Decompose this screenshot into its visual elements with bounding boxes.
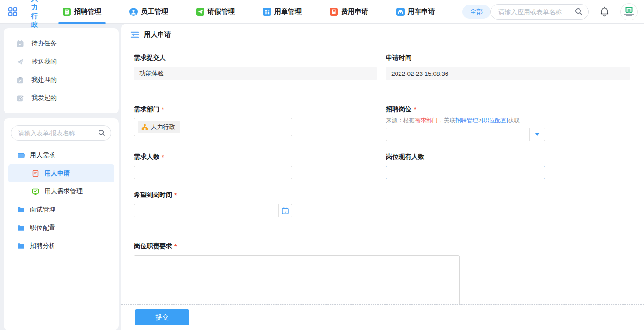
tree-item-label: 职位配置 bbox=[30, 224, 55, 232]
position-select-value[interactable] bbox=[386, 128, 529, 141]
expected-date-picker[interactable]: 7 bbox=[134, 204, 292, 217]
form-doc-icon bbox=[32, 170, 39, 177]
sidebar-folder-recruit-analysis[interactable]: 招聘分析 bbox=[8, 237, 114, 255]
headcount-input-wrap bbox=[134, 166, 292, 179]
help-link-position-config[interactable]: [职位配置] bbox=[482, 117, 508, 123]
help-text: ，关联 bbox=[438, 117, 455, 123]
required-mark: * bbox=[174, 243, 177, 250]
app-search-input[interactable] bbox=[498, 8, 575, 15]
tab-label: 招聘管理 bbox=[74, 7, 101, 16]
sidebar-form-staff-application[interactable]: 用人申请 bbox=[8, 164, 114, 182]
tree-item-label: 面试管理 bbox=[30, 206, 55, 214]
sidebar-item-todo-tasks[interactable]: 待办任务 bbox=[4, 34, 119, 53]
recruitment-doc-icon bbox=[63, 8, 71, 16]
search-icon[interactable] bbox=[575, 8, 583, 15]
field-label: 招聘岗位 bbox=[386, 105, 411, 113]
help-link-recruit-mgmt[interactable]: 招聘管理 bbox=[455, 117, 478, 123]
topbar: 人力行政 招聘管理 员工管理 请假管理 用章管理 bbox=[0, 0, 644, 24]
job-duty-textarea[interactable] bbox=[134, 255, 460, 304]
help-text: > bbox=[478, 117, 482, 123]
initiated-edit-icon bbox=[16, 94, 24, 102]
folder-icon bbox=[17, 242, 25, 250]
field-expected-date: 希望到岗时间 * 7 bbox=[134, 191, 377, 217]
sidebar-folder-interview-mgmt[interactable]: 面试管理 bbox=[8, 201, 114, 219]
current-headcount-input[interactable] bbox=[386, 166, 545, 179]
tab-expense[interactable]: 费用申请 bbox=[327, 0, 371, 24]
headcount-input[interactable] bbox=[134, 166, 292, 179]
tree-item-label: 招聘分析 bbox=[30, 242, 55, 250]
field-position: 招聘岗位 * 来源：根据需求部门，关联招聘管理>[职位配置]获取 bbox=[386, 105, 630, 141]
submitter-readonly-value: 功能体验 bbox=[134, 67, 377, 80]
department-tag[interactable]: 人力行政 bbox=[138, 121, 180, 133]
field-job-duty: 岗位职责要求 * bbox=[134, 242, 634, 304]
sidebar-item-label: 抄送我的 bbox=[31, 58, 57, 66]
sidebar: 待办任务 抄送我的 我处理的 我发起的 bbox=[0, 24, 121, 330]
required-mark: * bbox=[174, 192, 177, 199]
sidebar-folder-position-config[interactable]: 职位配置 bbox=[8, 219, 114, 237]
current-headcount-input-wrap bbox=[386, 166, 545, 179]
position-select[interactable] bbox=[386, 128, 545, 141]
svg-text:7: 7 bbox=[284, 210, 287, 214]
search-icon[interactable] bbox=[98, 129, 105, 137]
page-body: 待办任务 抄送我的 我处理的 我发起的 bbox=[0, 24, 644, 330]
required-mark: * bbox=[162, 106, 164, 113]
form-search bbox=[11, 125, 111, 141]
department-tag-label: 人力行政 bbox=[151, 123, 175, 131]
page-title: 用人申请 bbox=[144, 30, 171, 39]
field-submitter: 需求提交人 功能体验 bbox=[134, 54, 377, 80]
field-department: 需求部门 * 人力行政 bbox=[134, 105, 377, 141]
tab-recruitment[interactable]: 招聘管理 bbox=[60, 0, 104, 24]
tab-label: 费用申请 bbox=[341, 7, 368, 16]
app-tabs: 招聘管理 员工管理 请假管理 用章管理 费用申请 bbox=[60, 0, 461, 24]
leave-plane-icon bbox=[196, 8, 204, 16]
sidebar-item-label: 我发起的 bbox=[31, 94, 57, 102]
tab-seal[interactable]: 用章管理 bbox=[260, 0, 304, 24]
field-current-headcount: 岗位现有人数 bbox=[386, 153, 630, 179]
field-label: 需求提交人 bbox=[134, 54, 377, 62]
tab-leave[interactable]: 请假管理 bbox=[193, 0, 238, 24]
vehicle-car-icon bbox=[396, 8, 405, 16]
form-search-input[interactable] bbox=[18, 130, 98, 137]
sidebar-item-handled-by-me[interactable]: 我处理的 bbox=[4, 71, 119, 89]
seal-stamp-icon bbox=[263, 8, 271, 16]
tree-item-label: 用人需求管理 bbox=[45, 187, 83, 196]
apply-time-readonly-value: 2022-02-23 15:08:36 bbox=[386, 67, 630, 80]
user-avatar[interactable] bbox=[620, 3, 638, 20]
folder-open-icon bbox=[17, 152, 25, 159]
apps-grid-icon[interactable] bbox=[7, 6, 18, 18]
current-app-name[interactable]: 人力行政 bbox=[31, 0, 44, 29]
field-label: 申请时间 bbox=[386, 54, 630, 62]
logo-caption-line bbox=[626, 15, 632, 16]
sidebar-item-cc-to-me[interactable]: 抄送我的 bbox=[4, 53, 119, 71]
calendar-icon[interactable]: 7 bbox=[278, 204, 292, 217]
department-picker[interactable]: 人力行政 bbox=[134, 118, 292, 136]
expected-date-input[interactable] bbox=[134, 204, 278, 217]
folder-icon bbox=[17, 206, 25, 213]
tab-label: 用章管理 bbox=[274, 7, 302, 16]
sidebar-item-initiated-by-me[interactable]: 我发起的 bbox=[4, 89, 119, 107]
field-headcount: 需求人数 * bbox=[134, 153, 377, 179]
required-mark: * bbox=[162, 153, 164, 161]
sidebar-folder-staff-demand[interactable]: 用人需求 bbox=[8, 146, 114, 164]
tree-item-label: 用人申请 bbox=[45, 169, 70, 177]
submit-button[interactable]: 提交 bbox=[135, 309, 189, 325]
collapse-sidebar-icon[interactable] bbox=[130, 30, 139, 39]
form-body: 需求提交人 功能体验 申请时间 2022-02-23 15:08:36 需求部门… bbox=[121, 43, 644, 304]
report-dashboard-icon bbox=[32, 188, 39, 195]
tree-item-label: 用人需求 bbox=[30, 151, 55, 159]
todo-calendar-icon bbox=[16, 40, 24, 48]
folder-icon bbox=[17, 224, 25, 231]
sidebar-report-staff-demand-mgmt[interactable]: 用人需求管理 bbox=[8, 182, 114, 201]
notification-bell-icon[interactable] bbox=[599, 6, 609, 17]
form-header: 用人申请 bbox=[121, 24, 644, 43]
tab-vehicle[interactable]: 用车申请 bbox=[394, 0, 438, 24]
field-apply-time: 申请时间 2022-02-23 15:08:36 bbox=[386, 54, 630, 80]
required-mark: * bbox=[414, 106, 416, 113]
tab-employee[interactable]: 员工管理 bbox=[127, 0, 171, 24]
chevron-down-icon[interactable] bbox=[529, 128, 545, 141]
field-label: 需求人数 bbox=[134, 153, 159, 161]
employee-person-icon bbox=[129, 8, 138, 16]
all-apps-badge[interactable]: 全部 bbox=[462, 5, 490, 19]
help-text: 来源：根据 bbox=[386, 117, 415, 123]
logo-caption-line bbox=[624, 14, 634, 15]
